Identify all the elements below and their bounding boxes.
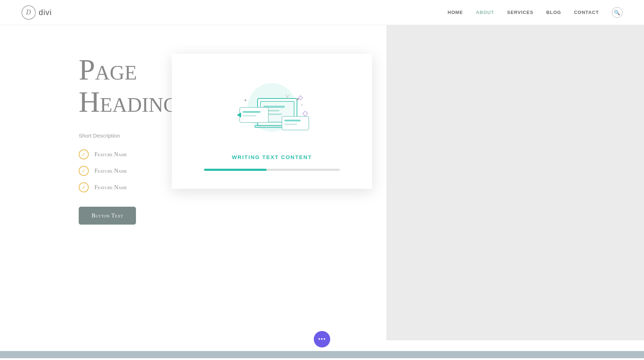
- nav-item-contact[interactable]: CONTACT: [574, 10, 599, 15]
- svg-rect-11: [282, 116, 309, 130]
- nav-item-home[interactable]: HOME: [448, 10, 463, 15]
- footer-bar: [0, 351, 644, 358]
- nav-item-blog[interactable]: BLOG: [546, 10, 561, 15]
- logo-circle: D: [21, 5, 36, 20]
- svg-marker-10: [237, 112, 241, 117]
- dots-button[interactable]: •••: [314, 331, 330, 347]
- svg-rect-13: [284, 124, 297, 125]
- logo-text: divi: [39, 8, 52, 17]
- feature-label-3: Feature Name: [94, 184, 127, 191]
- svg-point-14: [297, 98, 299, 100]
- search-button[interactable]: 🔍: [612, 7, 623, 18]
- svg-point-15: [301, 104, 303, 106]
- nav-item-about[interactable]: ABOUT: [476, 10, 494, 15]
- svg-rect-9: [243, 115, 256, 116]
- progress-bar-fill: [204, 169, 267, 171]
- illustration-svg: [229, 73, 315, 141]
- cta-button[interactable]: Button Text: [79, 207, 136, 225]
- check-icon-2: ✓: [79, 166, 89, 176]
- logo[interactable]: D divi: [21, 5, 52, 20]
- navbar: D divi HOME ABOUT SERVICES BLOG CONTACT …: [0, 0, 644, 25]
- feature-label-2: Feature Name: [94, 168, 127, 174]
- card-title: WRITING TEXT CONTENT: [232, 154, 312, 160]
- svg-marker-18: [298, 96, 303, 100]
- main-section: Page Heading Short Description ✓ Feature…: [0, 25, 644, 358]
- search-icon: 🔍: [614, 10, 620, 15]
- feature-label-1: Feature Name: [94, 151, 127, 158]
- svg-point-16: [245, 100, 247, 101]
- progress-bar-track: [204, 169, 340, 171]
- svg-rect-8: [243, 111, 260, 113]
- card-overlay: WRITING TEXT CONTENT: [172, 54, 372, 189]
- right-gray-block: [386, 25, 644, 340]
- check-icon-1: ✓: [79, 149, 89, 159]
- check-icon-3: ✓: [79, 182, 89, 192]
- nav-item-services[interactable]: SERVICES: [507, 10, 533, 15]
- nav-links: HOME ABOUT SERVICES BLOG CONTACT 🔍: [448, 7, 623, 18]
- illustration: [225, 72, 318, 143]
- svg-marker-17: [303, 111, 308, 116]
- svg-rect-12: [284, 120, 301, 121]
